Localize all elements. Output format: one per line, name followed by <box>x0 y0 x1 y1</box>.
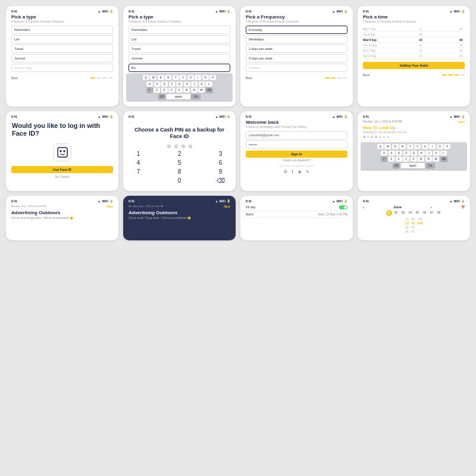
cal-day-07[interactable]: 07 <box>429 210 435 216</box>
key-3[interactable]: 3 <box>213 151 228 157</box>
key-backspace[interactable]: ⌫ <box>206 87 213 93</box>
key-f2[interactable]: F <box>403 151 410 156</box>
key-i2[interactable]: I <box>429 144 436 149</box>
key-8[interactable]: 8 <box>172 168 187 175</box>
key-o2[interactable]: O <box>437 144 443 149</box>
freq-2days[interactable]: 2 days per week <box>246 45 347 53</box>
key-m2[interactable]: M <box>433 156 439 162</box>
key-h[interactable]: H <box>184 82 190 87</box>
key-123[interactable]: 123 <box>158 94 166 99</box>
key-w2[interactable]: W <box>384 144 391 149</box>
chevron-right-icon[interactable]: › <box>431 205 432 209</box>
key-u[interactable]: U <box>187 75 194 80</box>
back-button[interactable]: Back <box>246 76 252 80</box>
fmt-align-left[interactable]: ≡ <box>379 135 382 139</box>
key-f[interactable]: F <box>169 82 176 87</box>
fmt-italic[interactable]: I <box>367 135 369 139</box>
key-m[interactable]: M <box>198 87 205 93</box>
next-button-dark[interactable]: Next <box>224 205 230 208</box>
key-0[interactable]: 0 <box>172 177 187 184</box>
list-item-selected[interactable]: Bu <box>129 64 230 72</box>
hour-12[interactable]: 12 <box>405 221 409 225</box>
hour-11[interactable]: 11 <box>405 217 409 221</box>
key-backspace2[interactable]: ⌫ <box>440 156 447 162</box>
key-q2[interactable]: Q <box>377 144 384 149</box>
key-x2[interactable]: X <box>396 156 402 162</box>
key-c[interactable]: C <box>168 87 175 93</box>
next-button[interactable]: Next <box>458 120 465 124</box>
key-del[interactable]: ⌫ <box>213 177 228 184</box>
google-icon[interactable]: G <box>284 170 287 174</box>
key-d[interactable]: D <box>161 82 168 87</box>
min-00[interactable]: 00 <box>412 217 415 221</box>
key-u2[interactable]: U <box>422 144 428 149</box>
key-shift2[interactable]: ⇧ <box>381 156 387 162</box>
no-thanks-link[interactable]: No Thanks <box>9 175 115 178</box>
key-i[interactable]: I <box>195 75 201 80</box>
key-y[interactable]: Y <box>180 75 186 80</box>
key-a2[interactable]: A <box>381 151 387 156</box>
key-1232[interactable]: 123 <box>393 163 400 168</box>
key-w[interactable]: W <box>150 75 156 80</box>
min-03[interactable]: 03 <box>412 230 415 233</box>
key-j2[interactable]: J <box>425 151 432 156</box>
facebook-icon[interactable]: f <box>292 170 293 174</box>
key-9[interactable]: 9 <box>213 168 228 175</box>
key-d2[interactable]: D <box>396 151 402 156</box>
key-go2[interactable]: Go <box>425 163 435 168</box>
back-button[interactable]: Back <box>363 73 369 77</box>
dribbble-icon[interactable]: ◈ <box>298 170 301 174</box>
key-r[interactable]: R <box>165 75 171 80</box>
custom-type-input[interactable]: Custom Type <box>11 64 113 72</box>
key-k[interactable]: K <box>199 82 205 87</box>
key-k2[interactable]: K <box>433 151 440 156</box>
key-q[interactable]: Q <box>143 75 149 80</box>
cal-day-06[interactable]: 06 <box>422 210 428 216</box>
cal-day-01[interactable]: 01 <box>386 210 392 216</box>
ampm-am[interactable]: AM <box>418 217 422 221</box>
key-s[interactable]: S <box>154 82 161 87</box>
list-item[interactable]: List <box>129 35 230 43</box>
back-arrow[interactable]: ← <box>126 120 233 126</box>
key-4[interactable]: 4 <box>131 159 146 166</box>
key-r2[interactable]: R <box>399 144 406 149</box>
cal-day-05[interactable]: 05 <box>415 210 421 216</box>
email-input[interactable]: y.hassfield@gmail.com <box>246 131 347 139</box>
custom-freq-input[interactable]: Custom... <box>246 64 347 72</box>
next-button[interactable]: Next <box>107 205 113 208</box>
key-v2[interactable]: V <box>411 156 417 162</box>
key-t[interactable]: T <box>173 75 179 80</box>
key-l2[interactable]: L <box>440 151 447 156</box>
key-space[interactable]: space <box>167 94 190 99</box>
key-e2[interactable]: E <box>392 144 399 149</box>
key-j[interactable]: J <box>191 82 198 87</box>
cal-day-03[interactable]: 03 <box>400 210 406 216</box>
min-01[interactable]: 01 <box>411 221 415 225</box>
password-input[interactable]: •••••••• <box>246 140 347 149</box>
face-id-button[interactable]: Use Face ID <box>11 166 113 173</box>
key-go[interactable]: Go <box>191 94 201 99</box>
key-b2[interactable]: B <box>418 156 424 162</box>
key-s2[interactable]: S <box>389 151 395 156</box>
key-l[interactable]: L <box>206 82 212 87</box>
back-button[interactable]: Back <box>11 76 18 80</box>
list-item[interactable]: Reminders <box>129 26 230 34</box>
key-h2[interactable]: H <box>418 151 425 156</box>
list-item[interactable]: Journal <box>129 54 230 62</box>
forgot-password-link[interactable]: Forgot your password? <box>243 159 350 162</box>
all-day-toggle[interactable] <box>339 205 347 209</box>
fmt-align-right[interactable]: ≡ <box>387 135 390 139</box>
key-t2[interactable]: T <box>407 144 414 149</box>
key-7[interactable]: 7 <box>131 168 146 175</box>
key-space2[interactable]: space <box>401 163 425 168</box>
key-1[interactable]: 1 <box>131 151 146 157</box>
list-item[interactable]: Travel <box>129 45 230 53</box>
hour-14[interactable]: 14 <box>405 230 409 233</box>
key-o[interactable]: O <box>202 75 209 80</box>
key-a[interactable]: A <box>146 82 153 87</box>
key-2[interactable]: 2 <box>172 151 187 157</box>
list-item[interactable]: List <box>11 35 113 43</box>
list-item[interactable]: Journal <box>11 54 113 62</box>
fmt-bold[interactable]: B <box>363 135 366 139</box>
key-5[interactable]: 5 <box>172 159 187 166</box>
